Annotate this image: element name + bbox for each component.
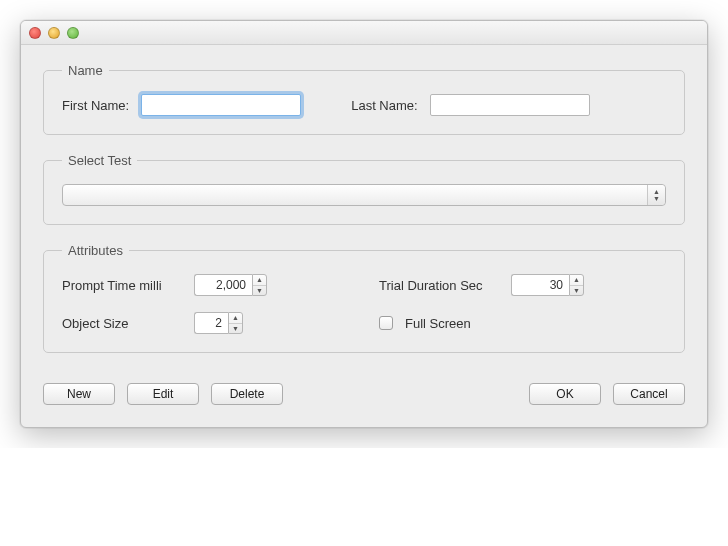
edit-button[interactable]: Edit: [127, 383, 199, 405]
new-button[interactable]: New: [43, 383, 115, 405]
first-name-input[interactable]: [141, 94, 301, 116]
chevron-updown-icon: ▲▼: [647, 185, 665, 205]
name-legend: Name: [62, 63, 109, 78]
stepper-up-icon[interactable]: ▲: [253, 275, 266, 286]
trial-duration-label: Trial Duration Sec: [379, 278, 499, 293]
select-test-group: Select Test ▲▼: [43, 153, 685, 225]
dialog-content: Name First Name: Last Name: Select Test …: [21, 45, 707, 427]
zoom-icon[interactable]: [67, 27, 79, 39]
ok-button[interactable]: OK: [529, 383, 601, 405]
stepper-down-icon[interactable]: ▼: [253, 286, 266, 296]
last-name-label: Last Name:: [351, 98, 417, 113]
attributes-group: Attributes Prompt Time milli 2,000 ▲ ▼ T…: [43, 243, 685, 353]
close-icon[interactable]: [29, 27, 41, 39]
dialog-window: Name First Name: Last Name: Select Test …: [20, 20, 708, 428]
full-screen-label: Full Screen: [405, 316, 471, 331]
cancel-button[interactable]: Cancel: [613, 383, 685, 405]
name-group: Name First Name: Last Name:: [43, 63, 685, 135]
last-name-input[interactable]: [430, 94, 590, 116]
object-size-value[interactable]: 2: [194, 312, 228, 334]
trial-duration-stepper[interactable]: 30 ▲ ▼: [511, 274, 584, 296]
first-name-label: First Name:: [62, 98, 129, 113]
attributes-legend: Attributes: [62, 243, 129, 258]
minimize-icon[interactable]: [48, 27, 60, 39]
trial-duration-value[interactable]: 30: [511, 274, 569, 296]
object-size-label: Object Size: [62, 316, 182, 331]
stepper-up-icon[interactable]: ▲: [229, 313, 242, 324]
object-size-stepper[interactable]: 2 ▲ ▼: [194, 312, 243, 334]
select-test-dropdown[interactable]: ▲▼: [62, 184, 666, 206]
prompt-time-label: Prompt Time milli: [62, 278, 182, 293]
stepper-down-icon[interactable]: ▼: [570, 286, 583, 296]
prompt-time-value[interactable]: 2,000: [194, 274, 252, 296]
select-test-legend: Select Test: [62, 153, 137, 168]
stepper-up-icon[interactable]: ▲: [570, 275, 583, 286]
button-row: New Edit Delete OK Cancel: [43, 383, 685, 405]
delete-button[interactable]: Delete: [211, 383, 283, 405]
stepper-down-icon[interactable]: ▼: [229, 324, 242, 334]
full-screen-checkbox[interactable]: [379, 316, 393, 330]
prompt-time-stepper[interactable]: 2,000 ▲ ▼: [194, 274, 267, 296]
titlebar: [21, 21, 707, 45]
